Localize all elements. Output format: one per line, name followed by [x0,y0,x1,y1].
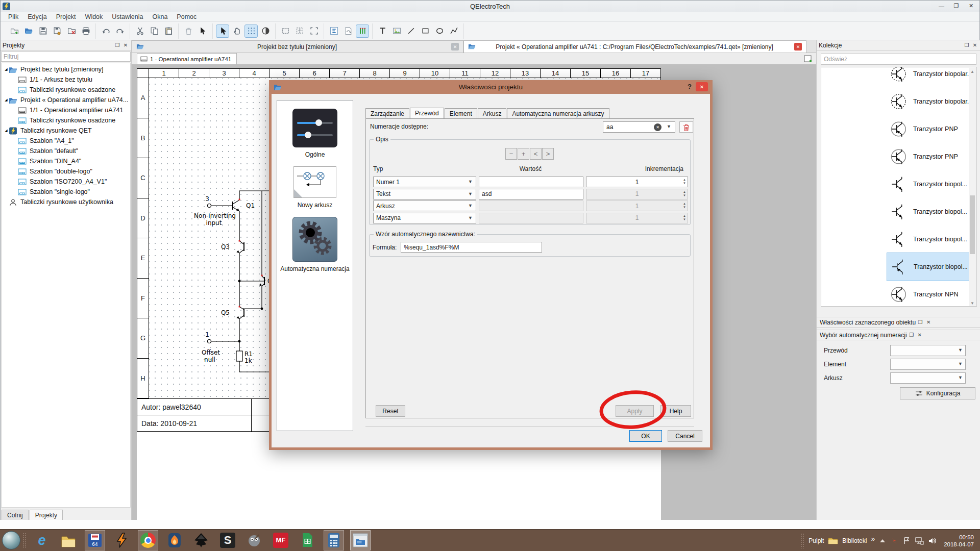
save-as-button[interactable] [51,24,64,38]
maximize-button[interactable]: ❐ [949,1,964,11]
text-button[interactable] [376,24,389,38]
explorer-taskbar-icon[interactable] [58,530,79,550]
tree-item[interactable]: Szablon "ISO7200_A4_V1" [2,177,130,187]
dialog-tab-element[interactable]: Element [445,108,477,119]
mask-button[interactable] [259,24,272,38]
value-input[interactable] [479,177,583,187]
tree-item[interactable]: Szablon "DIN_A4" [2,156,130,166]
collection-item[interactable]: Tranzystor biopol... [821,226,976,253]
calculator-taskbar-icon[interactable] [324,530,344,550]
next-button[interactable]: > [542,148,554,160]
project-tab[interactable]: Projekt « Operational amplifier uA741 : … [463,40,806,53]
volume-icon[interactable] [928,537,937,545]
tree-item[interactable]: ◢Projekt bez tytułu [zmieniony] [2,64,130,74]
gimp-taskbar-icon[interactable] [244,530,264,550]
menu-projekt[interactable]: Projekt [52,12,81,21]
tray-expand-icon[interactable] [880,539,885,542]
polyline-button[interactable] [447,24,460,38]
help-button[interactable]: Help [660,405,691,417]
tree-item[interactable]: Szablon "A4_1" [2,136,130,146]
type-select[interactable]: Tekst▼ [373,189,476,199]
menu-okna[interactable]: Okna [148,12,172,21]
network-icon[interactable] [915,537,924,545]
dialog-close-button[interactable]: ✕ [696,82,708,91]
inkscape-taskbar-icon[interactable] [191,530,211,550]
close-panel-icon[interactable]: ✕ [925,319,932,326]
project-tab[interactable]: Projekt bez tytułu [zmieniony]✕ [132,40,463,53]
redo-button[interactable] [113,24,127,38]
remove-row-button[interactable]: − [505,148,517,160]
dialog-category-new-sheet[interactable]: Nowy arkusz [293,166,336,209]
sheet-tab[interactable]: 1 - Operational amplifier uA741 [137,53,237,64]
numbering-row-combo[interactable]: ▼ [890,345,966,356]
formula-input[interactable]: %sequ_1asd%F%M [401,242,542,253]
print-button[interactable] [79,24,92,38]
paste-button[interactable] [162,24,175,38]
add-sheet-icon[interactable] [804,55,813,63]
conductor-button[interactable] [356,24,369,38]
tree-item[interactable]: Szablon "double-logo" [2,166,130,177]
sublime-taskbar-icon[interactable]: S [217,530,238,550]
open-file-button[interactable] [22,24,35,38]
collection-item[interactable]: Tranzystor PNP [821,115,976,143]
numbering-combo[interactable]: aa ✕ ▼ [603,121,675,133]
chrome-taskbar-icon[interactable] [138,530,158,550]
floppy64-taskbar-icon[interactable]: 64 [85,530,105,550]
select-move-button[interactable] [293,24,306,38]
close-panel-icon[interactable]: ✕ [971,42,978,49]
line-button[interactable] [404,24,418,38]
import-button[interactable] [196,24,209,38]
snap-grid-button[interactable] [244,24,258,38]
new-file-button[interactable] [8,24,21,38]
ie-taskbar-icon[interactable]: e [32,530,52,550]
value-input[interactable]: asd [479,189,583,199]
apply-button[interactable]: Apply [616,405,654,417]
numbering-row-combo[interactable]: ▼ [890,359,966,370]
konfiguracja-button[interactable]: Konfiguracja [900,387,975,399]
dock-tab-cofnij[interactable]: Cofnij [2,510,29,520]
image-button[interactable] [390,24,403,38]
tree-item[interactable]: ◢Projekt « Operational amplifier uA74... [2,95,130,105]
dialog-tab-zarządzanie[interactable]: Zarządzanie [365,108,409,119]
float-panel-icon[interactable]: ❐ [908,332,915,339]
rectangle-button[interactable] [419,24,432,38]
clock[interactable]: 00:50 2018-04-07 [944,534,974,548]
collection-item[interactable]: Tranzystor biopol... [821,198,976,226]
cancel-button[interactable]: Cancel [668,430,702,442]
toolbar-overflow-chevron[interactable]: » [871,535,875,543]
type-select[interactable]: Maszyna▼ [373,213,476,223]
menu-ustawienia[interactable]: Ustawienia [107,12,148,21]
numbering-row-combo[interactable]: ▼ [890,372,966,384]
cut-button[interactable] [133,24,146,38]
clear-icon[interactable]: ✕ [654,123,662,131]
sheets-taskbar-icon[interactable] [297,530,317,550]
select-arrow-button[interactable] [216,24,229,38]
fold-button[interactable] [341,24,355,38]
element-editor-button[interactable] [327,24,340,38]
winamp-taskbar-icon[interactable] [111,530,132,550]
reset-button[interactable]: Reset [376,405,405,417]
collection-item[interactable]: Tranzystor biopol... [821,170,976,198]
collections-filter-input[interactable]: Odśwież [821,54,976,65]
save-button[interactable] [36,24,50,38]
dialog-tab-przewód[interactable]: Przewód [410,108,444,119]
expander-icon[interactable]: ◢ [4,129,9,133]
tree-item[interactable]: 1/1 - Operational amplifier uA741 [2,105,130,115]
copy-button[interactable] [148,24,161,38]
libraries-toolbar-label[interactable]: Biblioteki [842,537,867,544]
delete-numbering-button[interactable] [679,121,693,133]
scroll-down-icon[interactable]: ▼ [969,299,976,307]
type-select[interactable]: Numer 1▼ [373,177,476,187]
dialog-tab-automatyczna-numeracja-arkuszy[interactable]: Automatyczna numeracja arkuszy [507,108,609,119]
collection-item[interactable]: Tranzystor NPN [821,281,976,307]
scroll-up-icon[interactable]: ▲ [969,68,976,75]
close-button[interactable]: ✕ [964,1,978,11]
dialog-titlebar[interactable]: Właściwości projektu ? ✕ [272,80,710,94]
select-frame-button[interactable] [307,24,321,38]
torch-taskbar-icon[interactable] [164,530,185,550]
projects-filter-input[interactable]: Filtruj [1,52,131,62]
collection-item[interactable]: Tranzystor biopolar... [821,67,976,88]
tree-item[interactable]: Tabliczki rysunkowe użytkownika [2,197,130,207]
pan-hand-button[interactable] [230,24,243,38]
action-center-flag-icon[interactable] [902,537,911,545]
